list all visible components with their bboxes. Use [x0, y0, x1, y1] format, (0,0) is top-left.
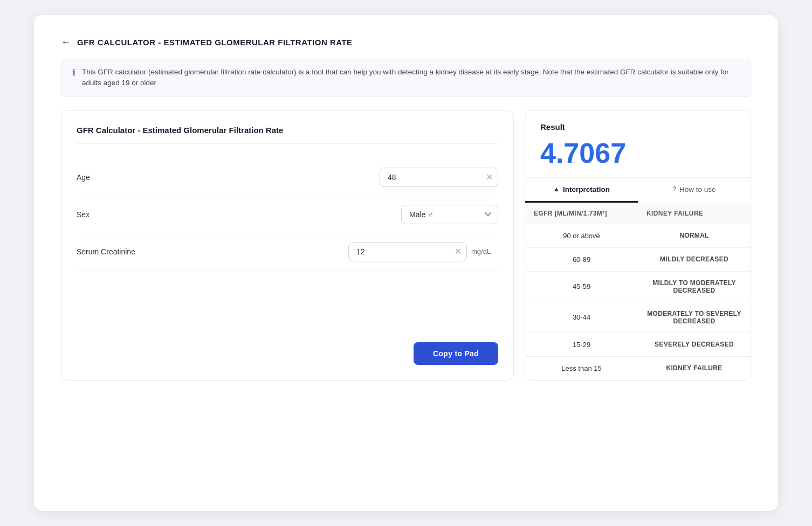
result-header: Result 4.7067 [525, 110, 751, 178]
table-row: Less than 15KIDNEY FAILURE [525, 357, 751, 380]
info-icon: ℹ [72, 67, 75, 78]
age-field-row: Age ✕ [77, 159, 498, 196]
creatinine-clear-button[interactable]: ✕ [455, 247, 462, 256]
info-banner-text: This GFR calculator (estimated glomerula… [82, 67, 740, 89]
table-header-range: eGFR [mL/min/1.73m²] [525, 203, 638, 224]
table-scroll-container[interactable]: 90 or aboveNORMAL60-89MILDLY DECREASED45… [525, 224, 751, 380]
table-cell-range: 45-59 [525, 275, 638, 298]
table-cell-status: MODERATELY TO SEVERELY DECREASED [638, 302, 751, 333]
page-title: GFR CALCULATOR - ESTIMATED GLOMERULAR FI… [77, 38, 353, 47]
creatinine-input[interactable] [348, 242, 467, 261]
copy-btn-row: Copy to Pad [77, 321, 498, 365]
sex-label: Sex [77, 210, 184, 219]
table-cell-status: MILDLY DECREASED [638, 248, 751, 271]
table-row: 45-59MILDLY TO MODERATELY DECREASED [525, 272, 751, 302]
sex-field-row: Sex Male ♂ Female ♀ [77, 196, 498, 233]
sex-input-area: Male ♂ Female ♀ [184, 205, 498, 224]
table-cell-range: 30-44 [525, 306, 638, 329]
creatinine-unit: mg/dL [471, 247, 498, 255]
age-label: Age [77, 173, 184, 182]
table-cell-status: KIDNEY FAILURE [638, 357, 751, 379]
copy-to-pad-button[interactable]: Copy to Pad [414, 342, 498, 365]
table-cell-status: SEVERELY DECREASED [638, 333, 751, 356]
interpretation-tab-icon: ▲ [553, 185, 560, 193]
age-input-area: ✕ [184, 168, 498, 187]
table-header-status: KIDNEY FAILURE [638, 203, 751, 224]
interpretation-table: eGFR [mL/min/1.73m²] KIDNEY FAILURE 90 o… [525, 203, 751, 380]
age-input-wrapper: ✕ [380, 168, 498, 187]
how-to-use-tab-label: How to use [679, 185, 716, 193]
age-input[interactable] [380, 168, 498, 187]
result-label: Result [540, 122, 735, 132]
table-cell-range: 90 or above [525, 224, 638, 247]
table-cell-range: 15-29 [525, 333, 638, 356]
interpretation-tab-label: Interpretation [563, 185, 610, 193]
header: ← GFR CALCULATOR - ESTIMATED GLOMERULAR … [61, 37, 751, 48]
back-button[interactable]: ← [61, 37, 71, 48]
creatinine-wrapper: ✕ mg/dL [348, 242, 498, 261]
table-row: 15-29SEVERELY DECREASED [525, 333, 751, 357]
creatinine-field-row: Serum Creatinine ✕ mg/dL [77, 233, 498, 271]
table-row: 30-44MODERATELY TO SEVERELY DECREASED [525, 302, 751, 333]
table-row: 90 or aboveNORMAL [525, 224, 751, 248]
creatinine-input-area: ✕ mg/dL [184, 242, 498, 261]
result-value: 4.7067 [540, 138, 735, 169]
table-cell-range: Less than 15 [525, 357, 638, 380]
table-header-row: eGFR [mL/min/1.73m²] KIDNEY FAILURE [525, 203, 751, 224]
app-container: ← GFR CALCULATOR - ESTIMATED GLOMERULAR … [34, 15, 778, 511]
age-clear-button[interactable]: ✕ [486, 173, 493, 182]
table-row: 60-89MILDLY DECREASED [525, 248, 751, 272]
main-content: GFR Calculator - Estimated Glomerular Fi… [61, 110, 751, 380]
table-cell-status: MILDLY TO MODERATELY DECREASED [638, 272, 751, 302]
info-banner: ℹ This GFR calculator (estimated glomeru… [61, 59, 751, 97]
creatinine-label: Serum Creatinine [77, 247, 184, 256]
creatinine-input-wrapper: ✕ [348, 242, 467, 261]
result-panel: Result 4.7067 ▲ Interpretation ? How to … [525, 110, 751, 380]
sex-select[interactable]: Male ♂ Female ♀ [401, 205, 498, 224]
calculator-panel: GFR Calculator - Estimated Glomerular Fi… [61, 110, 514, 380]
tabs-row: ▲ Interpretation ? How to use [525, 178, 751, 203]
how-to-use-tab-icon: ? [672, 185, 676, 193]
table-cell-range: 60-89 [525, 248, 638, 271]
tab-interpretation[interactable]: ▲ Interpretation [525, 178, 638, 203]
tab-how-to-use[interactable]: ? How to use [638, 178, 751, 203]
calculator-title: GFR Calculator - Estimated Glomerular Fi… [77, 126, 498, 144]
table-cell-status: NORMAL [638, 224, 751, 247]
